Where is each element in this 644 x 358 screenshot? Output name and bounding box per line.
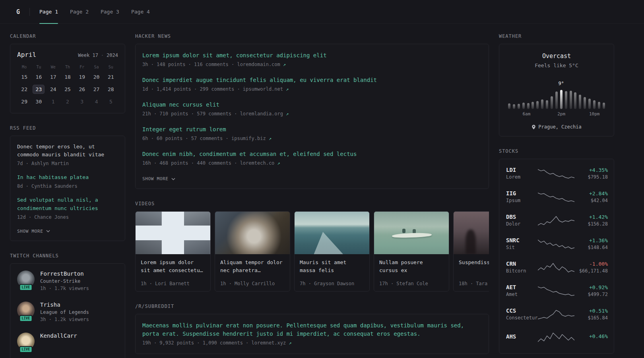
hackernews-item-meta: 6h · 60 points · 57 comments · ipsumify.… (142, 135, 482, 142)
stock-row[interactable]: LDI Lorem +4.35% $795.18 (506, 167, 607, 180)
calendar-day[interactable]: 22 (18, 85, 30, 94)
rss-item[interactable]: Sed volutpat nulla nisl, a condimentum n… (17, 196, 118, 220)
meta-text: 3h · 148 points · 116 comments · loremdo… (142, 62, 280, 67)
hackernews-item-title[interactable]: Lorem ipsum dolor sit amet, consectetur … (142, 51, 482, 60)
stock-symbol: SNRC (506, 237, 538, 243)
weather-bar (574, 92, 576, 109)
calendar-day[interactable]: 25 (62, 85, 74, 94)
calendar-day[interactable]: 3 (76, 97, 88, 106)
rss-item-meta: 12d · Chance Jones (17, 214, 118, 221)
hackernews-item-title[interactable]: Donec imperdiet augue tincidunt felis al… (142, 76, 482, 84)
weather-feels-like: Feels like 5°C (506, 62, 607, 68)
calendar-day[interactable]: 19 (76, 72, 88, 82)
twitch-box: LIVE ForrestBurton Counter-Strike 1h · 1… (10, 263, 125, 358)
meta-text: 6h · 60 points · 57 comments · ipsumify.… (142, 136, 266, 141)
stock-row[interactable]: CCS Consectetur +0.51% $165.84 (506, 307, 607, 321)
tab-page-4[interactable]: Page 4 (131, 0, 150, 23)
video-card[interactable]: Suspendisse diam 18h · Tara (453, 211, 489, 292)
calendar-day[interactable]: 20 (91, 72, 103, 82)
weather-bar (522, 103, 525, 109)
stock-row[interactable]: SNRC Sit +1.36% $148.64 (506, 237, 607, 250)
stock-name: Dolor (506, 221, 538, 227)
external-link-icon: ↗ (286, 111, 289, 117)
middle-column: HACKER NEWS Lorem ipsum dolor sit amet, … (135, 33, 489, 358)
twitch-channel[interactable]: LIVE ForrestBurton Counter-Strike 1h · 1… (17, 270, 118, 291)
calendar-day[interactable]: 4 (91, 97, 103, 106)
weather-bar (508, 103, 510, 109)
calendar-day[interactable]: 23 (33, 85, 45, 94)
weather-location[interactable]: Prague, Czechia (506, 124, 607, 130)
stock-change: +0.46% (574, 333, 608, 339)
top-nav: G Page 1 Page 2 Page 3 Page 4 (0, 0, 644, 24)
weather-bar (546, 100, 548, 109)
stock-row[interactable]: AET Amet +0.92% $499.72 (506, 284, 607, 297)
rss-show-more-button[interactable]: SHOW MORE (17, 229, 50, 234)
video-card[interactable]: Mauris sit amet massa felis 7h · Grayson… (294, 211, 370, 292)
weather-bar (603, 103, 605, 109)
stock-values: +4.35% $795.18 (574, 167, 608, 180)
stock-price: $156.28 (574, 221, 608, 227)
calendar-day[interactable]: 29 (18, 97, 30, 106)
stock-sparkline (538, 238, 574, 250)
hackernews-show-more-button[interactable]: SHOW MORE (142, 176, 175, 181)
subreddit-post-title[interactable]: Maecenas mollis pulvinar erat non posuer… (142, 321, 482, 338)
twitch-channel[interactable]: LIVE Trisha League of Legends 3h · 1.2k … (17, 302, 118, 322)
calendar-day[interactable]: 5 (105, 97, 117, 106)
stock-row[interactable]: IIG Ipsum +2.84% $42.04 (506, 190, 607, 203)
twitch-channel[interactable]: LIVE KendallCarr (17, 333, 118, 350)
video-card[interactable]: Nullam posuere cursus ex 17h · Stefan Co… (374, 211, 449, 292)
hackernews-item-title[interactable]: Aliquam nec cursus elit (142, 101, 482, 109)
stock-price: $148.64 (574, 245, 608, 250)
calendar-day[interactable]: 17 (47, 72, 59, 82)
rss-item[interactable]: In hac habitasse platea 8d · Cynthia Sau… (17, 173, 118, 190)
channel-name: KendallCarr (40, 333, 77, 339)
calendar-day[interactable]: 26 (76, 85, 88, 94)
hackernews-item: Aliquam nec cursus elit 21h · 710 points… (142, 101, 482, 117)
live-badge: LIVE (19, 315, 33, 322)
stock-row[interactable]: AHS +0.46% (506, 331, 607, 343)
video-meta: 17h · Stefan Cole (374, 281, 449, 291)
hackernews-item: Donec enim nibh, condimentum et accumsan… (142, 150, 482, 167)
calendar-day[interactable]: 24 (47, 85, 59, 94)
stock-id: SNRC Sit (506, 237, 538, 250)
calendar-day[interactable]: 27 (91, 85, 103, 94)
stock-id: AHS (506, 333, 538, 341)
calendar-day[interactable]: 1 (47, 97, 59, 106)
calendar-grid[interactable]: MoTuWeThFrSaSu15161718192021222324252627… (17, 65, 118, 106)
video-title: Lorem ipsum dolor sit amet consectetu… (136, 254, 210, 276)
video-thumbnail (136, 212, 210, 254)
calendar-day[interactable]: 30 (33, 97, 45, 106)
chevron-down-icon (171, 178, 175, 180)
external-link-icon: ↗ (269, 136, 272, 141)
calendar-day[interactable]: 15 (18, 72, 30, 82)
stock-values: +1.42% $156.28 (574, 214, 608, 227)
calendar-day[interactable]: 16 (33, 72, 45, 82)
tab-page-3[interactable]: Page 3 (101, 0, 119, 23)
calendar-day[interactable]: 2 (62, 97, 74, 106)
hackernews-item-title[interactable]: Donec enim nibh, condimentum et accumsan… (142, 150, 482, 158)
stock-name: Sit (506, 245, 538, 250)
rss-item[interactable]: Donec tempor eros leo, ut commodo mauris… (17, 143, 118, 167)
nav-tabs: Page 1 Page 2 Page 3 Page 4 (39, 0, 162, 23)
calendar-day[interactable]: 21 (105, 72, 117, 82)
stock-row[interactable]: CRN Bitcorn -1.00% $66,171.48 (506, 261, 607, 274)
calendar-dow-label: Sa (94, 65, 99, 69)
stock-row[interactable]: DBS Dolor +1.42% $156.28 (506, 214, 607, 227)
app-logo[interactable]: G (16, 8, 20, 16)
weather-bar (588, 99, 591, 109)
stock-symbol: IIG (506, 190, 538, 197)
tab-page-1[interactable]: Page 1 (39, 0, 58, 23)
hackernews-item-title[interactable]: Integer eget rutrum lorem (142, 125, 482, 134)
stock-sparkline (538, 285, 574, 297)
calendar-day[interactable]: 18 (62, 72, 74, 82)
video-card[interactable]: Aliquam tempor dolor nec pharetra… 1h · … (215, 211, 290, 292)
video-card[interactable]: Lorem ipsum dolor sit amet consectetu… 1… (135, 211, 211, 292)
tab-page-2[interactable]: Page 2 (70, 0, 89, 23)
weather-bar (579, 95, 581, 109)
calendar-week: Week 17 (78, 53, 98, 58)
calendar-day[interactable]: 28 (105, 85, 117, 94)
stock-name: Consectetur (506, 315, 538, 321)
channel-info: ForrestBurton Counter-Strike 1h · 1.7k v… (40, 270, 89, 291)
external-link-icon: ↗ (286, 86, 289, 92)
stock-price: $165.84 (574, 315, 608, 321)
